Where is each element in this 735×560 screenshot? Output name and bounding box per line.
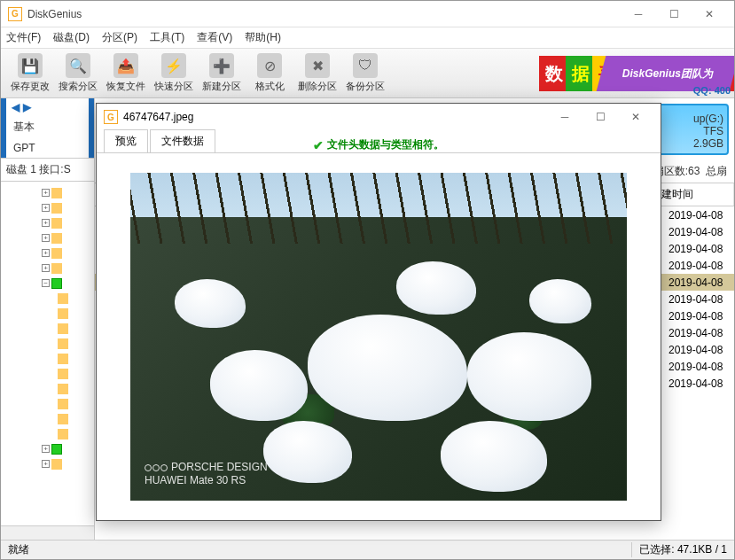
file-date: 2019-04-08 — [669, 327, 734, 339]
tree-item[interactable]: + — [3, 441, 92, 456]
disk-type-gpt: GPT — [6, 138, 89, 158]
nav-forward-icon[interactable]: ▶ — [23, 101, 31, 113]
preview-titlebar: G 46747647.jpeg ─ ☐ ✕ — [97, 104, 661, 130]
image-preview: PORSCHE DESIGN HUAWEI Mate 30 RS — [130, 173, 627, 501]
preview-maximize-button[interactable]: ☐ — [583, 105, 618, 129]
file-date: 2019-04-08 — [669, 276, 734, 289]
status-selected: 已选择: 47.1KB / 1 — [631, 542, 727, 557]
new-icon: ➕ — [209, 53, 234, 78]
tree-item[interactable] — [3, 396, 92, 411]
tree-item[interactable]: − — [3, 276, 92, 291]
preview-tabs: 预览 文件数据 ✔ 文件头数据与类型相符。 — [97, 130, 661, 153]
new-button[interactable]: ➕新建分区 — [198, 51, 246, 97]
menu-disk[interactable]: 磁盘(D) — [53, 30, 90, 45]
status-ready: 就绪 — [8, 542, 631, 557]
file-date: 2019-04-08 — [669, 310, 734, 323]
search-button[interactable]: 🔍搜索分区 — [54, 51, 102, 97]
banner-char: 据 — [566, 56, 596, 91]
file-date: 2019-04-08 — [669, 226, 734, 238]
qq-contact: QQ: 400 — [693, 85, 731, 96]
watermark: PORSCHE DESIGN HUAWEI Mate 30 RS — [145, 461, 268, 488]
file-date: 2019-04-08 — [669, 260, 734, 272]
preview-window: G 46747647.jpeg ─ ☐ ✕ 预览 文件数据 ✔ 文件头数据与类型… — [96, 103, 661, 521]
titlebar: G DiskGenius ─ ☐ ✕ — [1, 1, 734, 27]
tree-item[interactable]: + — [3, 185, 92, 200]
tree-item[interactable] — [3, 381, 92, 396]
disk-info: 磁盘 1 接口:S — [1, 158, 94, 182]
app-title: DiskGenius — [27, 8, 621, 20]
search-icon: 🔍 — [66, 53, 90, 78]
tree-view[interactable]: + + + + + + − + + — [1, 182, 94, 525]
tree-item[interactable] — [3, 351, 92, 366]
nav-back-icon[interactable]: ◀ — [12, 101, 20, 113]
tree-item[interactable] — [3, 321, 92, 336]
check-icon: ✔ — [313, 138, 324, 152]
menu-view[interactable]: 查看(V) — [197, 30, 232, 45]
tree-item[interactable] — [3, 306, 92, 321]
menu-file[interactable]: 文件(F) — [6, 30, 41, 45]
maximize-button[interactable]: ☐ — [656, 2, 692, 27]
format-button[interactable]: ⊘格式化 — [246, 51, 293, 97]
tab-preview[interactable]: 预览 — [104, 129, 148, 152]
format-icon: ⊘ — [257, 53, 282, 78]
horizontal-scrollbar[interactable] — [1, 525, 94, 540]
backup-icon: 🛡 — [353, 53, 378, 78]
delete-button[interactable]: ✖删除分区 — [293, 51, 341, 97]
file-date: 2019-04-08 — [669, 361, 734, 373]
menubar: 文件(F) 磁盘(D) 分区(P) 工具(T) 查看(V) 帮助(H) — [1, 27, 734, 49]
menu-tools[interactable]: 工具(T) — [150, 30, 184, 45]
save-button[interactable]: 💾保存更改 — [6, 51, 54, 97]
preview-minimize-button[interactable]: ─ — [547, 105, 583, 129]
tree-item[interactable]: + — [3, 200, 92, 215]
file-date: 2019-04-08 — [669, 209, 734, 222]
preview-content: PORSCHE DESIGN HUAWEI Mate 30 RS — [97, 153, 661, 520]
tree-item[interactable] — [3, 366, 92, 381]
file-date: 2019-04-08 — [669, 243, 734, 255]
recover-icon: 📤 — [113, 53, 138, 78]
tree-item[interactable] — [3, 336, 92, 351]
tree-item[interactable]: + — [3, 261, 92, 276]
file-date: 2019-04-08 — [669, 377, 734, 390]
save-icon: 💾 — [18, 53, 43, 78]
toolbar: 💾保存更改 🔍搜索分区 📤恢复文件 ⚡快速分区 ➕新建分区 ⊘格式化 ✖删除分区… — [1, 49, 734, 98]
app-icon: G — [104, 110, 118, 124]
backup-button[interactable]: 🛡备份分区 — [341, 51, 389, 97]
tree-item[interactable] — [3, 411, 92, 426]
tree-item[interactable]: + — [3, 215, 92, 230]
recover-button[interactable]: 📤恢复文件 — [102, 51, 150, 97]
file-date: 2019-04-08 — [669, 293, 734, 306]
quick-icon: ⚡ — [161, 53, 186, 78]
file-date: 2019-04-08 — [669, 344, 734, 356]
tree-item[interactable]: + — [3, 230, 92, 245]
minimize-button[interactable]: ─ — [621, 2, 656, 27]
left-panel: ◀ ▶ 基本 GPT 磁盘 1 接口:S + + + + + + − — [1, 98, 95, 540]
tree-item[interactable] — [3, 426, 92, 441]
delete-icon: ✖ — [305, 53, 330, 78]
header-validation-message: ✔ 文件头数据与类型相符。 — [313, 137, 444, 152]
app-icon: G — [8, 7, 22, 21]
quick-button[interactable]: ⚡快速分区 — [150, 51, 198, 97]
statusbar: 就绪 已选择: 47.1KB / 1 — [1, 540, 734, 559]
tree-item[interactable]: + — [3, 245, 92, 261]
tree-item[interactable] — [3, 291, 92, 306]
menu-partition[interactable]: 分区(P) — [102, 30, 137, 45]
close-button[interactable]: ✕ — [692, 2, 727, 27]
menu-help[interactable]: 帮助(H) — [245, 30, 281, 45]
disk-type-basic: 基本 — [6, 116, 89, 138]
preview-title: 46747647.jpeg — [123, 111, 547, 123]
banner-char: 数 — [539, 56, 569, 91]
preview-close-button[interactable]: ✕ — [618, 105, 653, 129]
tree-item[interactable]: + — [3, 456, 92, 471]
tab-file-data[interactable]: 文件数据 — [150, 129, 215, 152]
nav-arrows: ◀ ▶ — [6, 98, 89, 116]
